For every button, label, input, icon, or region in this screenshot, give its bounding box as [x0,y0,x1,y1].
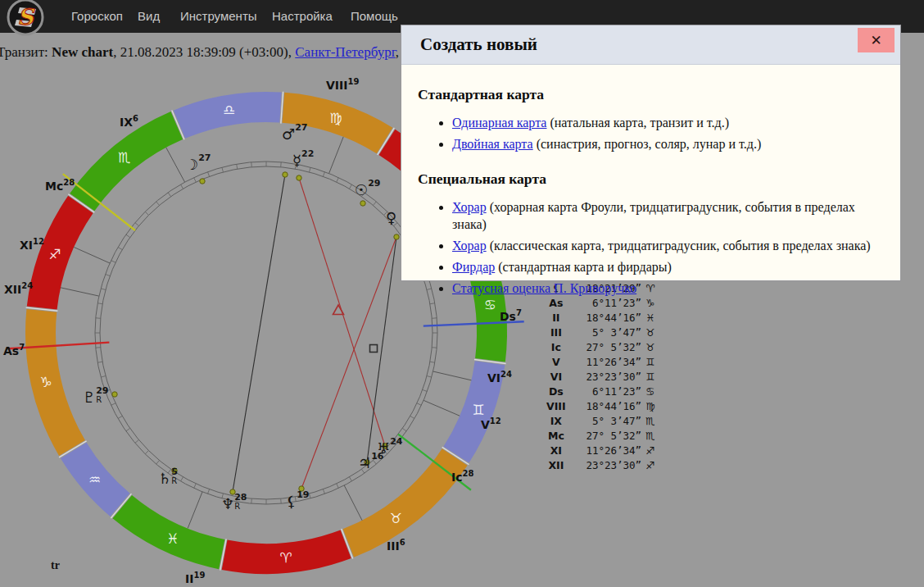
zodiac-sign-glyph: ♉ [641,326,664,339]
option-description: (синастрия, прогноз, соляр, лунар и т.д.… [533,137,762,151]
degree-tick [135,439,139,443]
position-row-XII: XII23°23’30”♐ [541,457,664,472]
planet-dot-uranus [383,444,387,448]
zodiac-sign-glyph: ♓ [641,312,664,324]
close-button[interactable]: ✕ [858,28,895,52]
position-row-Mc: Mc27° 5’32”♏ [541,428,664,443]
zodiac-sign-glyph: ♍ [641,400,664,412]
degree-tick [101,376,106,378]
link-firdar[interactable]: Фирдар [452,260,495,274]
degree-tick [156,461,160,465]
aspect-line [301,237,396,489]
degree-tick [384,451,387,454]
point-label: II [541,312,572,324]
dialog-option: Хорар (хорарная карта Фроули, тридцатигр… [452,198,884,233]
planet-dot-pluto [112,392,117,397]
dialog-option: Одинарная карта (натальная карта, транзи… [452,114,884,131]
zodiac-sign-glyph: ♊ [641,356,664,368]
link-double-chart[interactable]: Двойная карта [452,137,533,151]
degree-tick [323,489,324,494]
degree-tick [281,498,282,503]
degree-tick [423,389,428,391]
dialog-option-list: Одинарная карта (натальная карта, транзи… [418,114,884,152]
dialog-option-list: Хорар (хорарная карта Фроули, тридцатигр… [418,198,884,297]
dialog-section-heading: Стандартная карта [418,65,884,103]
sign-glyph-capricorn: ♑ [39,374,52,390]
position-row-VIII: VIII18°44’16”♍ [541,398,664,413]
app-window: S ГороскопВидИнструментыНастройкаПомощь … [0,0,924,587]
degree-tick [384,212,387,215]
planet-dot-moon [200,179,205,184]
planet-dot-mars [283,172,288,177]
dialog-title: Создать новый [420,25,537,64]
degree-tick [430,362,435,362]
position-value: 5° 3’47” [572,415,641,427]
degree-tick [373,461,376,465]
degree-tick [208,489,210,494]
link-single-chart[interactable]: Одинарная карта [452,116,546,130]
option-description: (классическая карта, тридцатиградусник, … [487,239,871,253]
link-horar-frawley[interactable]: Хорар [452,200,487,214]
position-row-VI: VI23°23’30”♊ [541,369,664,384]
chart-type-label: tr [51,559,60,572]
position-row-V: V11°26’34”♊ [541,354,664,369]
zodiac-sign-glyph: ♉ [641,341,664,353]
link-status-assessment[interactable]: Статусная оценка П. Криворучко [452,281,636,295]
degree-tick [410,416,414,419]
degree-tick [97,362,102,362]
zodiac-sign-glyph: ♏ [641,430,664,442]
degree-tick [427,376,432,378]
position-value: 18°44’16” [572,400,641,412]
degree-tick [96,348,101,348]
degree-tick [145,212,148,215]
degree-tick [361,469,364,473]
dialog-header[interactable]: Создать новый ✕ [401,25,900,65]
point-label: XI [541,444,572,457]
aspect-line [233,175,285,492]
link-horar-classic[interactable]: Хорар [452,239,487,253]
degree-tick [168,469,170,473]
degree-tick [237,497,238,502]
dialog-option: Статусная оценка П. Криворучко [452,280,884,297]
zodiac-sign-glyph: ♐ [641,459,664,471]
inner-circle-inner [100,166,433,499]
degree-tick [295,497,296,502]
degree-tick [97,303,102,304]
degree-tick [337,484,339,488]
degree-tick [96,318,101,319]
degree-tick [394,439,398,443]
zodiac-sign-glyph: ♐ [641,444,664,457]
sign-glyph-sagittarius: ♐ [48,246,61,262]
degree-tick [156,202,160,206]
degree-tick [222,494,224,498]
degree-tick [432,318,437,319]
house-cusp-line-V [424,400,460,416]
degree-tick [361,193,364,197]
dialog-body: Стандартная картаОдинарная карта (наталь… [401,65,900,297]
degree-tick [118,248,122,250]
zodiac-sign-glyph: ♏ [641,415,664,427]
position-row-III: III 5° 3’47”♉ [541,325,664,339]
degree-tick [135,223,139,226]
degree-tick [350,184,352,189]
position-value: 27° 5’32” [572,341,641,353]
sign-segment-taurus [343,448,468,557]
position-value: 18°44’16” [572,312,641,324]
position-row-IX: IX 5° 3’47”♏ [541,413,664,428]
planet-dot-lilith [299,486,304,491]
sign-glyph-taurus: ♉ [389,510,401,526]
degree-tick [430,303,435,304]
degree-tick [194,178,197,182]
planet-dot-venus [394,234,399,239]
zodiac-sign-glyph: ♋ [641,385,664,398]
house-cusp-line-III [344,485,362,521]
degree-tick [168,193,170,197]
position-row-Ic: Ic27° 5’32”♉ [541,339,664,354]
position-value: 11°26’34” [572,356,641,368]
sign-glyph-libra: ♎ [223,102,235,118]
degree-tick [101,289,106,290]
degree-tick [402,428,406,430]
zodiac-sign-glyph: ♑ [641,297,664,309]
dialog-option: Двойная карта (синастрия, прогноз, соляр… [452,135,884,152]
dialog-option: Фирдар (стандартная карта и фирдары) [452,258,884,275]
